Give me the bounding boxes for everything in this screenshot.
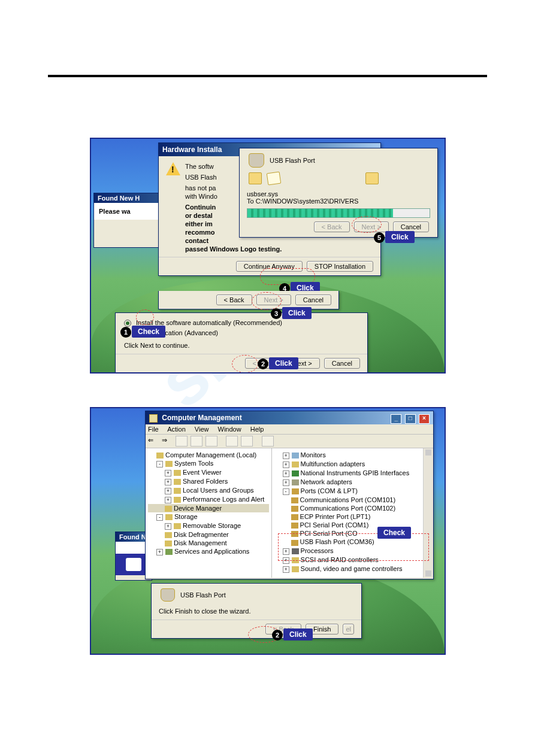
cm-system-tools[interactable]: System Tools: [174, 460, 213, 467]
cm-root[interactable]: Computer Management (Local): [165, 451, 256, 459]
node-network[interactable]: Network adapters: [301, 478, 352, 485]
expand-icon[interactable]: +: [283, 479, 289, 486]
node-com102[interactable]: Communications Port (COM102): [300, 505, 396, 512]
cm-left-pane[interactable]: Computer Management (Local) -System Tool…: [146, 448, 272, 578]
step-bubble-5: 5: [374, 232, 385, 243]
cm-performance[interactable]: Performance Logs and Alert: [183, 496, 264, 503]
adapter-icon: [292, 462, 299, 467]
node-pci1[interactable]: PCI Serial Port (COM1): [300, 521, 369, 529]
collapse-icon[interactable]: -: [156, 461, 163, 467]
expand-icon[interactable]: +: [283, 453, 289, 459]
expand-icon[interactable]: +: [283, 566, 289, 573]
cm-defrag[interactable]: Disk Defragmenter: [174, 531, 229, 538]
maximize-button[interactable]: □: [405, 414, 416, 424]
device-icon: [249, 153, 264, 168]
port-icon: [291, 497, 298, 503]
node-monitors[interactable]: Monitors: [301, 451, 326, 459]
expand-icon[interactable]: +: [165, 497, 171, 503]
wizard-nav-row: < Back Next > Cancel: [158, 291, 339, 309]
copy-panel-file: usbser.sys: [247, 190, 430, 198]
menu-file[interactable]: File: [148, 426, 159, 433]
expand-icon[interactable]: +: [165, 470, 171, 476]
refresh-icon[interactable]: [226, 436, 238, 447]
up-level-icon[interactable]: [176, 436, 188, 447]
event-icon: [174, 470, 181, 476]
radio-dot-checked-icon: [124, 320, 131, 327]
computer-management-window: Computer Management _ □ × File Action Vi…: [145, 411, 434, 579]
port-icon: [291, 506, 298, 512]
click-next-text: Click Next to continue.: [124, 338, 359, 349]
hw-line-5e: contact: [185, 236, 373, 245]
folder-icon: [249, 172, 262, 184]
properties-icon[interactable]: [191, 436, 202, 447]
cancel-button[interactable]: Cancel: [324, 358, 360, 369]
computer-icon: [156, 453, 164, 459]
click-tag-5: Click: [385, 231, 415, 243]
cm-storage[interactable]: Storage: [174, 513, 198, 520]
back-button[interactable]: < Back: [216, 294, 252, 305]
services-icon: [165, 549, 173, 555]
menu-action[interactable]: Action: [167, 426, 186, 433]
back-button[interactable]: < Back: [314, 221, 350, 232]
device-icon: [161, 588, 175, 602]
cm-title-text: Computer Management: [162, 414, 241, 422]
nav-back-icon[interactable]: ⇐: [148, 436, 159, 446]
menu-view[interactable]: View: [195, 426, 209, 433]
menu-window[interactable]: Window: [218, 426, 241, 433]
node-ni-gpib[interactable]: National Instruments GPIB Interfaces: [301, 469, 410, 476]
port-icon: [291, 514, 298, 520]
cm-disk-management[interactable]: Disk Management: [174, 539, 227, 546]
sound-icon: [292, 566, 299, 572]
step-bubble-1: 1: [120, 327, 131, 338]
horizontal-rule: [48, 75, 487, 77]
stop-installation-button[interactable]: STOP Installation: [307, 261, 373, 272]
expand-icon[interactable]: +: [165, 488, 171, 494]
expand-icon[interactable]: +: [156, 549, 163, 555]
cm-device-manager[interactable]: Device Manager: [174, 505, 222, 512]
document-icon: [267, 172, 282, 186]
node-com101[interactable]: Communications Port (COM101): [300, 496, 396, 503]
cm-titlebar: Computer Management _ □ ×: [146, 411, 433, 424]
tools-icon: [165, 461, 173, 467]
node-sound[interactable]: Sound, video and game controllers: [301, 565, 403, 572]
collapse-icon[interactable]: -: [283, 488, 289, 495]
cm-menubar: File Action View Window Help: [146, 424, 433, 435]
cm-shared-folders[interactable]: Shared Folders: [183, 478, 228, 485]
step-bubble-3: 3: [271, 308, 282, 319]
expand-icon[interactable]: +: [283, 470, 289, 477]
file-copy-panel: USB Flash Port usbser.sys To C:\WINDOWS\…: [239, 148, 438, 238]
screenshot-1: Found New H Please wa Install the softwa…: [90, 138, 446, 374]
cm-services[interactable]: Services and Applications: [174, 548, 249, 555]
cm-app-icon: [149, 414, 158, 423]
tool-icon[interactable]: [241, 436, 253, 447]
monitor-icon: [292, 453, 299, 459]
step-bubble-2: 2: [272, 630, 283, 640]
cm-removable[interactable]: Removable Storage: [183, 522, 241, 529]
next3-highlight: [252, 292, 282, 310]
close-button[interactable]: ×: [419, 414, 430, 424]
cancel-button-cut[interactable]: el: [343, 624, 354, 634]
ports-icon: [292, 488, 299, 494]
collapse-icon[interactable]: -: [156, 514, 163, 521]
removable-icon: [174, 523, 181, 529]
cm-event-viewer[interactable]: Event Viewer: [183, 469, 222, 476]
folder-icon: [365, 172, 379, 184]
network-icon: [292, 479, 299, 485]
tool-icon[interactable]: [262, 436, 274, 447]
node-ports[interactable]: Ports (COM & LPT): [301, 487, 358, 494]
node-multifunction[interactable]: Multifunction adapters: [301, 460, 365, 467]
nav-forward-icon[interactable]: ⇒: [162, 436, 173, 446]
print-icon[interactable]: [205, 436, 217, 447]
expand-icon[interactable]: +: [283, 462, 289, 468]
users-icon: [174, 488, 181, 494]
expand-icon[interactable]: +: [165, 479, 171, 485]
cm-right-pane[interactable]: +Monitors +Multifunction adapters +Natio…: [272, 448, 433, 578]
minimize-button[interactable]: _: [391, 414, 401, 424]
expand-icon[interactable]: +: [165, 523, 171, 530]
node-ecp[interactable]: ECP Printer Port (LPT1): [300, 513, 371, 520]
menu-help[interactable]: Help: [250, 426, 264, 433]
cancel-button[interactable]: Cancel: [295, 294, 331, 305]
step-bubble-2: 2: [258, 359, 268, 369]
cm-local-users[interactable]: Local Users and Groups: [183, 487, 254, 494]
document-page: slive Found New H Please wa Install the …: [0, 0, 535, 756]
